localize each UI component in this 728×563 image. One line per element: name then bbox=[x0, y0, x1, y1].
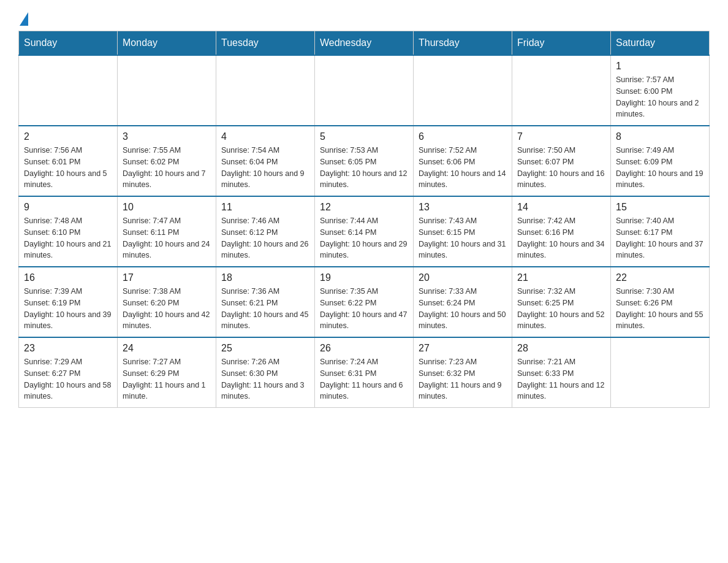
calendar-day-header: Wednesday bbox=[315, 31, 414, 56]
day-number: 13 bbox=[419, 202, 507, 213]
day-number: 11 bbox=[221, 202, 309, 213]
day-info: Sunrise: 7:27 AMSunset: 6:29 PMDaylight:… bbox=[123, 356, 211, 402]
calendar-day-cell bbox=[118, 55, 216, 126]
calendar-day-cell bbox=[19, 55, 118, 126]
calendar-day-cell: 28Sunrise: 7:21 AMSunset: 6:33 PMDayligh… bbox=[512, 337, 611, 408]
calendar-day-cell: 25Sunrise: 7:26 AMSunset: 6:30 PMDayligh… bbox=[216, 337, 315, 408]
calendar-header-row: SundayMondayTuesdayWednesdayThursdayFrid… bbox=[19, 31, 710, 56]
calendar-day-cell: 16Sunrise: 7:39 AMSunset: 6:19 PMDayligh… bbox=[19, 267, 118, 337]
calendar-day-cell: 10Sunrise: 7:47 AMSunset: 6:11 PMDayligh… bbox=[118, 196, 216, 267]
day-number: 28 bbox=[517, 343, 605, 354]
calendar-week-row: 16Sunrise: 7:39 AMSunset: 6:19 PMDayligh… bbox=[19, 267, 710, 337]
calendar-day-cell: 24Sunrise: 7:27 AMSunset: 6:29 PMDayligh… bbox=[118, 337, 216, 408]
day-info: Sunrise: 7:33 AMSunset: 6:24 PMDaylight:… bbox=[419, 286, 507, 332]
calendar-week-row: 23Sunrise: 7:29 AMSunset: 6:27 PMDayligh… bbox=[19, 337, 710, 408]
day-info: Sunrise: 7:29 AMSunset: 6:27 PMDaylight:… bbox=[24, 356, 112, 402]
day-number: 25 bbox=[221, 343, 309, 354]
calendar-day-cell bbox=[611, 337, 710, 408]
calendar-day-cell: 17Sunrise: 7:38 AMSunset: 6:20 PMDayligh… bbox=[118, 267, 216, 337]
day-number: 24 bbox=[123, 343, 211, 354]
day-info: Sunrise: 7:56 AMSunset: 6:01 PMDaylight:… bbox=[24, 145, 112, 191]
day-info: Sunrise: 7:48 AMSunset: 6:10 PMDaylight:… bbox=[24, 215, 112, 261]
day-info: Sunrise: 7:44 AMSunset: 6:14 PMDaylight:… bbox=[320, 215, 408, 261]
day-number: 15 bbox=[616, 202, 704, 213]
calendar-day-cell bbox=[512, 55, 611, 126]
day-info: Sunrise: 7:54 AMSunset: 6:04 PMDaylight:… bbox=[221, 145, 309, 191]
day-number: 16 bbox=[24, 272, 112, 283]
calendar-day-cell bbox=[414, 55, 512, 126]
calendar-week-row: 9Sunrise: 7:48 AMSunset: 6:10 PMDaylight… bbox=[19, 196, 710, 267]
day-info: Sunrise: 7:40 AMSunset: 6:17 PMDaylight:… bbox=[616, 215, 704, 261]
day-info: Sunrise: 7:36 AMSunset: 6:21 PMDaylight:… bbox=[221, 286, 309, 332]
day-info: Sunrise: 7:52 AMSunset: 6:06 PMDaylight:… bbox=[419, 145, 507, 191]
day-number: 1 bbox=[616, 61, 704, 72]
day-info: Sunrise: 7:21 AMSunset: 6:33 PMDaylight:… bbox=[517, 356, 605, 402]
calendar-day-cell: 5Sunrise: 7:53 AMSunset: 6:05 PMDaylight… bbox=[315, 126, 414, 196]
calendar-day-cell: 9Sunrise: 7:48 AMSunset: 6:10 PMDaylight… bbox=[19, 196, 118, 267]
calendar-day-cell: 6Sunrise: 7:52 AMSunset: 6:06 PMDaylight… bbox=[414, 126, 512, 196]
page-header bbox=[18, 12, 710, 21]
day-info: Sunrise: 7:49 AMSunset: 6:09 PMDaylight:… bbox=[616, 145, 704, 191]
day-info: Sunrise: 7:35 AMSunset: 6:22 PMDaylight:… bbox=[320, 286, 408, 332]
calendar-day-header: Thursday bbox=[414, 31, 512, 56]
calendar-day-header: Friday bbox=[512, 31, 611, 56]
day-info: Sunrise: 7:43 AMSunset: 6:15 PMDaylight:… bbox=[419, 215, 507, 261]
day-info: Sunrise: 7:46 AMSunset: 6:12 PMDaylight:… bbox=[221, 215, 309, 261]
calendar-day-cell: 1Sunrise: 7:57 AMSunset: 6:00 PMDaylight… bbox=[611, 55, 710, 126]
calendar-day-cell: 19Sunrise: 7:35 AMSunset: 6:22 PMDayligh… bbox=[315, 267, 414, 337]
day-number: 21 bbox=[517, 272, 605, 283]
day-info: Sunrise: 7:32 AMSunset: 6:25 PMDaylight:… bbox=[517, 286, 605, 332]
calendar-day-cell: 20Sunrise: 7:33 AMSunset: 6:24 PMDayligh… bbox=[414, 267, 512, 337]
day-number: 22 bbox=[616, 272, 704, 283]
calendar-day-cell: 22Sunrise: 7:30 AMSunset: 6:26 PMDayligh… bbox=[611, 267, 710, 337]
day-number: 8 bbox=[616, 131, 704, 142]
day-number: 17 bbox=[123, 272, 211, 283]
day-number: 18 bbox=[221, 272, 309, 283]
day-info: Sunrise: 7:47 AMSunset: 6:11 PMDaylight:… bbox=[123, 215, 211, 261]
day-number: 4 bbox=[221, 131, 309, 142]
day-number: 7 bbox=[517, 131, 605, 142]
calendar-day-cell: 2Sunrise: 7:56 AMSunset: 6:01 PMDaylight… bbox=[19, 126, 118, 196]
day-info: Sunrise: 7:23 AMSunset: 6:32 PMDaylight:… bbox=[419, 356, 507, 402]
calendar-day-cell: 3Sunrise: 7:55 AMSunset: 6:02 PMDaylight… bbox=[118, 126, 216, 196]
calendar-day-header: Tuesday bbox=[216, 31, 315, 56]
day-number: 20 bbox=[419, 272, 507, 283]
day-number: 10 bbox=[123, 202, 211, 213]
calendar-day-cell: 21Sunrise: 7:32 AMSunset: 6:25 PMDayligh… bbox=[512, 267, 611, 337]
calendar-day-cell: 26Sunrise: 7:24 AMSunset: 6:31 PMDayligh… bbox=[315, 337, 414, 408]
day-number: 14 bbox=[517, 202, 605, 213]
calendar-table: SundayMondayTuesdayWednesdayThursdayFrid… bbox=[18, 31, 710, 408]
calendar-day-cell: 23Sunrise: 7:29 AMSunset: 6:27 PMDayligh… bbox=[19, 337, 118, 408]
calendar-week-row: 2Sunrise: 7:56 AMSunset: 6:01 PMDaylight… bbox=[19, 126, 710, 196]
calendar-day-cell: 27Sunrise: 7:23 AMSunset: 6:32 PMDayligh… bbox=[414, 337, 512, 408]
day-info: Sunrise: 7:55 AMSunset: 6:02 PMDaylight:… bbox=[123, 145, 211, 191]
logo-triangle-icon bbox=[20, 12, 28, 26]
day-info: Sunrise: 7:50 AMSunset: 6:07 PMDaylight:… bbox=[517, 145, 605, 191]
day-number: 12 bbox=[320, 202, 408, 213]
day-info: Sunrise: 7:53 AMSunset: 6:05 PMDaylight:… bbox=[320, 145, 408, 191]
day-number: 23 bbox=[24, 343, 112, 354]
day-number: 19 bbox=[320, 272, 408, 283]
day-number: 6 bbox=[419, 131, 507, 142]
day-info: Sunrise: 7:39 AMSunset: 6:19 PMDaylight:… bbox=[24, 286, 112, 332]
day-number: 5 bbox=[320, 131, 408, 142]
day-info: Sunrise: 7:57 AMSunset: 6:00 PMDaylight:… bbox=[616, 74, 704, 120]
calendar-day-cell: 18Sunrise: 7:36 AMSunset: 6:21 PMDayligh… bbox=[216, 267, 315, 337]
calendar-day-cell bbox=[315, 55, 414, 126]
calendar-day-cell: 4Sunrise: 7:54 AMSunset: 6:04 PMDaylight… bbox=[216, 126, 315, 196]
day-number: 9 bbox=[24, 202, 112, 213]
calendar-day-cell: 14Sunrise: 7:42 AMSunset: 6:16 PMDayligh… bbox=[512, 196, 611, 267]
calendar-day-header: Saturday bbox=[611, 31, 710, 56]
day-info: Sunrise: 7:26 AMSunset: 6:30 PMDaylight:… bbox=[221, 356, 309, 402]
logo bbox=[18, 12, 28, 21]
calendar-day-header: Monday bbox=[118, 31, 216, 56]
day-number: 3 bbox=[123, 131, 211, 142]
calendar-day-cell bbox=[216, 55, 315, 126]
calendar-day-cell: 12Sunrise: 7:44 AMSunset: 6:14 PMDayligh… bbox=[315, 196, 414, 267]
calendar-day-cell: 11Sunrise: 7:46 AMSunset: 6:12 PMDayligh… bbox=[216, 196, 315, 267]
calendar-day-cell: 15Sunrise: 7:40 AMSunset: 6:17 PMDayligh… bbox=[611, 196, 710, 267]
calendar-day-cell: 8Sunrise: 7:49 AMSunset: 6:09 PMDaylight… bbox=[611, 126, 710, 196]
calendar-day-cell: 13Sunrise: 7:43 AMSunset: 6:15 PMDayligh… bbox=[414, 196, 512, 267]
day-info: Sunrise: 7:38 AMSunset: 6:20 PMDaylight:… bbox=[123, 286, 211, 332]
calendar-day-cell: 7Sunrise: 7:50 AMSunset: 6:07 PMDaylight… bbox=[512, 126, 611, 196]
